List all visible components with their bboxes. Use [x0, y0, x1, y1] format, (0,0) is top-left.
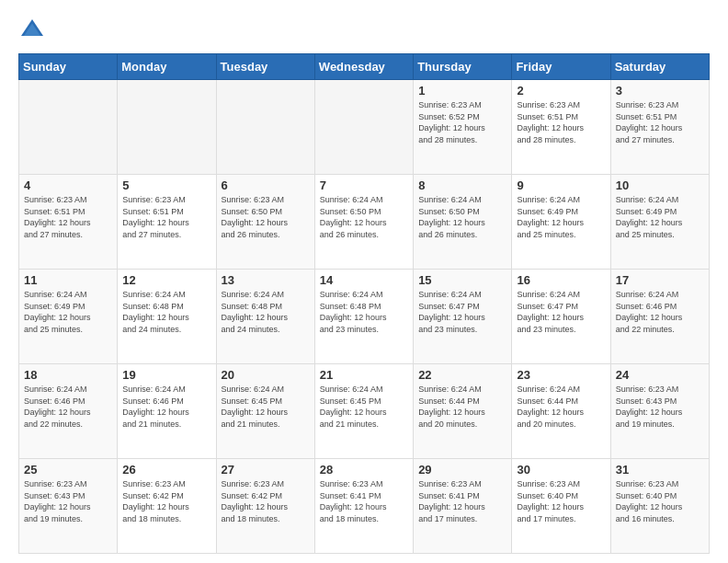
day-number: 27 — [222, 463, 310, 477]
header-day-thursday: Thursday — [414, 54, 512, 80]
calendar-body: 1Sunrise: 6:23 AM Sunset: 6:52 PM Daylig… — [19, 80, 710, 554]
calendar-cell: 4Sunrise: 6:23 AM Sunset: 6:51 PM Daylig… — [19, 175, 118, 270]
calendar-cell: 18Sunrise: 6:24 AM Sunset: 6:46 PM Dayli… — [19, 364, 118, 459]
calendar-cell: 1Sunrise: 6:23 AM Sunset: 6:52 PM Daylig… — [414, 80, 512, 175]
day-number: 7 — [320, 178, 408, 192]
header — [18, 17, 710, 44]
day-number: 11 — [24, 273, 112, 287]
header-row: SundayMondayTuesdayWednesdayThursdayFrid… — [19, 54, 710, 80]
header-day-tuesday: Tuesday — [216, 54, 314, 80]
calendar-cell: 2Sunrise: 6:23 AM Sunset: 6:51 PM Daylig… — [512, 80, 610, 175]
day-number: 17 — [616, 273, 704, 287]
calendar-cell: 10Sunrise: 6:24 AM Sunset: 6:49 PM Dayli… — [610, 175, 709, 270]
day-info: Sunrise: 6:23 AM Sunset: 6:43 PM Dayligh… — [616, 384, 704, 430]
week-row-1: 4Sunrise: 6:23 AM Sunset: 6:51 PM Daylig… — [19, 175, 710, 270]
day-info: Sunrise: 6:24 AM Sunset: 6:44 PM Dayligh… — [418, 384, 506, 430]
day-info: Sunrise: 6:24 AM Sunset: 6:50 PM Dayligh… — [418, 194, 506, 240]
calendar-cell: 12Sunrise: 6:24 AM Sunset: 6:48 PM Dayli… — [118, 270, 216, 364]
calendar-cell: 14Sunrise: 6:24 AM Sunset: 6:48 PM Dayli… — [314, 270, 413, 364]
logo — [18, 17, 50, 44]
day-info: Sunrise: 6:24 AM Sunset: 6:50 PM Dayligh… — [320, 194, 408, 240]
day-info: Sunrise: 6:24 AM Sunset: 6:46 PM Dayligh… — [24, 384, 112, 430]
calendar-cell — [19, 80, 118, 175]
week-row-2: 11Sunrise: 6:24 AM Sunset: 6:49 PM Dayli… — [19, 270, 710, 364]
day-info: Sunrise: 6:24 AM Sunset: 6:45 PM Dayligh… — [320, 384, 408, 430]
calendar-cell: 11Sunrise: 6:24 AM Sunset: 6:49 PM Dayli… — [19, 270, 118, 364]
calendar-cell: 7Sunrise: 6:24 AM Sunset: 6:50 PM Daylig… — [314, 175, 413, 270]
day-info: Sunrise: 6:24 AM Sunset: 6:46 PM Dayligh… — [122, 384, 210, 430]
day-info: Sunrise: 6:23 AM Sunset: 6:51 PM Dayligh… — [122, 194, 210, 240]
day-number: 22 — [418, 368, 506, 382]
header-day-saturday: Saturday — [610, 54, 709, 80]
calendar-cell: 13Sunrise: 6:24 AM Sunset: 6:48 PM Dayli… — [216, 270, 314, 364]
day-number: 14 — [320, 273, 408, 287]
day-info: Sunrise: 6:23 AM Sunset: 6:40 PM Dayligh… — [517, 478, 605, 524]
calendar-cell: 3Sunrise: 6:23 AM Sunset: 6:51 PM Daylig… — [610, 80, 709, 175]
day-info: Sunrise: 6:24 AM Sunset: 6:44 PM Dayligh… — [517, 384, 605, 430]
day-number: 25 — [24, 463, 112, 477]
day-number: 13 — [222, 273, 310, 287]
calendar-cell: 20Sunrise: 6:24 AM Sunset: 6:45 PM Dayli… — [216, 364, 314, 459]
day-number: 10 — [616, 178, 704, 192]
day-number: 31 — [616, 463, 704, 477]
day-number: 26 — [122, 463, 210, 477]
day-info: Sunrise: 6:24 AM Sunset: 6:47 PM Dayligh… — [517, 289, 605, 335]
day-info: Sunrise: 6:24 AM Sunset: 6:49 PM Dayligh… — [517, 194, 605, 240]
day-info: Sunrise: 6:23 AM Sunset: 6:51 PM Dayligh… — [616, 99, 704, 145]
day-number: 29 — [418, 463, 506, 477]
day-number: 9 — [517, 178, 605, 192]
calendar-cell: 24Sunrise: 6:23 AM Sunset: 6:43 PM Dayli… — [610, 364, 709, 459]
calendar-cell — [118, 80, 216, 175]
calendar-cell — [314, 80, 413, 175]
day-info: Sunrise: 6:24 AM Sunset: 6:47 PM Dayligh… — [418, 289, 506, 335]
day-info: Sunrise: 6:23 AM Sunset: 6:52 PM Dayligh… — [418, 99, 506, 145]
day-number: 2 — [517, 84, 605, 98]
calendar-cell: 29Sunrise: 6:23 AM Sunset: 6:41 PM Dayli… — [414, 459, 512, 554]
week-row-0: 1Sunrise: 6:23 AM Sunset: 6:52 PM Daylig… — [19, 80, 710, 175]
day-number: 8 — [418, 178, 506, 192]
day-number: 23 — [517, 368, 605, 382]
day-info: Sunrise: 6:23 AM Sunset: 6:51 PM Dayligh… — [24, 194, 112, 240]
day-info: Sunrise: 6:24 AM Sunset: 6:49 PM Dayligh… — [616, 194, 704, 240]
calendar-cell: 8Sunrise: 6:24 AM Sunset: 6:50 PM Daylig… — [414, 175, 512, 270]
day-info: Sunrise: 6:24 AM Sunset: 6:48 PM Dayligh… — [320, 289, 408, 335]
day-number: 4 — [24, 178, 112, 192]
day-info: Sunrise: 6:23 AM Sunset: 6:50 PM Dayligh… — [222, 194, 310, 240]
day-number: 30 — [517, 463, 605, 477]
calendar-cell: 5Sunrise: 6:23 AM Sunset: 6:51 PM Daylig… — [118, 175, 216, 270]
day-number: 28 — [320, 463, 408, 477]
day-number: 12 — [122, 273, 210, 287]
header-day-friday: Friday — [512, 54, 610, 80]
week-row-3: 18Sunrise: 6:24 AM Sunset: 6:46 PM Dayli… — [19, 364, 710, 459]
day-number: 18 — [24, 368, 112, 382]
calendar-cell: 28Sunrise: 6:23 AM Sunset: 6:41 PM Dayli… — [314, 459, 413, 554]
calendar-cell: 6Sunrise: 6:23 AM Sunset: 6:50 PM Daylig… — [216, 175, 314, 270]
day-info: Sunrise: 6:24 AM Sunset: 6:49 PM Dayligh… — [24, 289, 112, 335]
day-info: Sunrise: 6:23 AM Sunset: 6:51 PM Dayligh… — [517, 99, 605, 145]
day-number: 1 — [418, 84, 506, 98]
calendar-header: SundayMondayTuesdayWednesdayThursdayFrid… — [19, 54, 710, 80]
calendar-cell: 22Sunrise: 6:24 AM Sunset: 6:44 PM Dayli… — [414, 364, 512, 459]
day-number: 19 — [122, 368, 210, 382]
day-info: Sunrise: 6:23 AM Sunset: 6:41 PM Dayligh… — [418, 478, 506, 524]
day-info: Sunrise: 6:23 AM Sunset: 6:42 PM Dayligh… — [222, 478, 310, 524]
day-number: 24 — [616, 368, 704, 382]
calendar-cell: 19Sunrise: 6:24 AM Sunset: 6:46 PM Dayli… — [118, 364, 216, 459]
day-number: 5 — [122, 178, 210, 192]
calendar-cell: 26Sunrise: 6:23 AM Sunset: 6:42 PM Dayli… — [118, 459, 216, 554]
calendar-cell: 21Sunrise: 6:24 AM Sunset: 6:45 PM Dayli… — [314, 364, 413, 459]
day-number: 21 — [320, 368, 408, 382]
day-info: Sunrise: 6:23 AM Sunset: 6:42 PM Dayligh… — [122, 478, 210, 524]
day-number: 3 — [616, 84, 704, 98]
day-number: 6 — [222, 178, 310, 192]
calendar-table: SundayMondayTuesdayWednesdayThursdayFrid… — [18, 53, 710, 554]
day-info: Sunrise: 6:23 AM Sunset: 6:40 PM Dayligh… — [616, 478, 704, 524]
header-day-wednesday: Wednesday — [314, 54, 413, 80]
day-number: 16 — [517, 273, 605, 287]
calendar-cell: 9Sunrise: 6:24 AM Sunset: 6:49 PM Daylig… — [512, 175, 610, 270]
calendar-cell: 15Sunrise: 6:24 AM Sunset: 6:47 PM Dayli… — [414, 270, 512, 364]
header-day-monday: Monday — [118, 54, 216, 80]
day-info: Sunrise: 6:23 AM Sunset: 6:41 PM Dayligh… — [320, 478, 408, 524]
calendar-cell: 31Sunrise: 6:23 AM Sunset: 6:40 PM Dayli… — [610, 459, 709, 554]
day-info: Sunrise: 6:24 AM Sunset: 6:48 PM Dayligh… — [222, 289, 310, 335]
